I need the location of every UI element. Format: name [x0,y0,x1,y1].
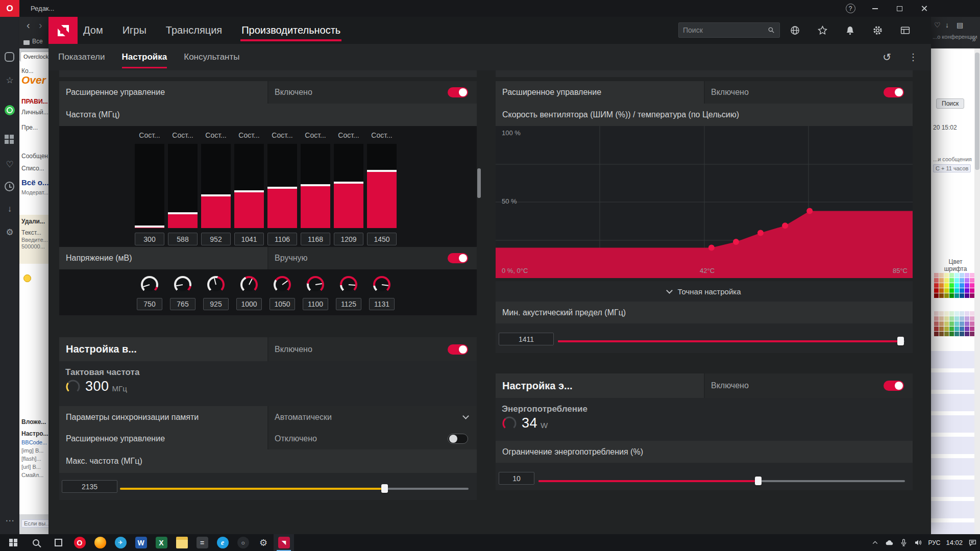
frequency-bar[interactable] [334,144,363,228]
fan-curve-point[interactable] [757,230,764,236]
more-options-icon[interactable]: ⋮ [909,44,918,70]
font-color-swatch[interactable] [934,332,939,336]
font-color-swatch[interactable] [939,327,944,331]
font-color-swatch[interactable] [949,273,954,278]
subtab-1[interactable]: Показатели [58,44,105,70]
font-color-swatch[interactable] [934,327,939,331]
font-color-swatch[interactable] [934,321,939,326]
font-color-swatch[interactable] [939,273,944,278]
voltage-value-input[interactable]: 750 [137,298,162,310]
font-color-swatch[interactable] [970,273,974,278]
font-color-swatch[interactable] [954,332,959,336]
font-color-swatch[interactable] [934,311,939,316]
font-color-swatch[interactable] [960,283,964,288]
voltage-state-2[interactable]: 765 [168,269,198,310]
bookmarks-overflow-icon[interactable]: » [972,35,976,43]
overlay-panel-icon[interactable] [900,25,911,36]
help-button[interactable]: ? [838,0,863,17]
frequency-state-8[interactable]: Сост...1450 [367,126,397,245]
font-color-swatch[interactable] [944,327,949,331]
downloads-icon[interactable]: ↓ [5,204,15,214]
taskbar-app-firefox[interactable] [90,534,110,551]
maximize-button[interactable] [887,0,912,17]
font-color-swatch[interactable] [944,293,949,298]
frequency-bar[interactable] [168,144,198,228]
font-color-swatch[interactable] [944,311,949,316]
font-color-swatch[interactable] [960,321,964,326]
taskbar-app-opera[interactable]: O [69,534,90,551]
amd-logo[interactable] [48,17,78,44]
voltage-value-input[interactable]: 925 [203,298,229,310]
vram-tuning-toggle[interactable] [448,344,468,355]
nav-tab-3[interactable]: Трансляция [166,17,222,44]
bookmarks-folder-icon[interactable] [23,40,30,45]
font-color-swatch[interactable] [954,273,959,278]
font-color-swatch[interactable] [965,278,969,283]
font-color-swatch[interactable] [939,283,944,288]
frequency-value-input[interactable]: 1209 [334,233,363,245]
font-color-swatch[interactable] [970,288,974,293]
font-color-swatch[interactable] [944,273,949,278]
font-color-swatch[interactable] [944,321,949,326]
font-color-swatch[interactable] [970,283,974,288]
voltage-knob[interactable] [274,276,291,293]
whatsapp-icon[interactable] [5,105,15,115]
voltage-state-6[interactable]: 1100 [301,269,330,310]
voltage-knob[interactable] [207,276,225,293]
cloud-icon[interactable] [885,538,894,547]
font-color-swatch[interactable] [949,288,954,293]
subtab-3[interactable]: Консультанты [184,44,239,70]
scrollbar-thumb[interactable] [975,53,979,170]
font-color-swatch[interactable] [934,278,939,283]
font-color-swatch[interactable] [960,311,964,316]
close-button[interactable] [912,0,936,17]
font-color-swatch[interactable] [954,288,959,293]
fan-curve-point[interactable] [733,239,739,245]
power-limit-value[interactable]: 10 [499,472,534,485]
taskbar-app-settings[interactable]: ⚙ [253,534,274,551]
heart-extension-icon[interactable]: ♡ [934,21,941,29]
font-color-swatch[interactable] [939,293,944,298]
frequency-value-input[interactable]: 1106 [267,233,297,245]
messenger-icon[interactable] [5,52,14,62]
tray-chevron-up-icon[interactable] [871,538,879,547]
search-input[interactable] [683,26,767,34]
font-color-swatch[interactable] [944,278,949,283]
font-color-swatch[interactable] [939,288,944,293]
bell-icon[interactable] [845,25,855,36]
speed-dial-icon[interactable] [5,135,14,144]
font-color-swatch[interactable] [954,321,959,326]
font-color-swatch[interactable] [965,288,969,293]
font-color-swatch[interactable] [949,311,954,316]
smiley-icon[interactable] [23,274,31,282]
frequency-bar[interactable] [367,144,397,228]
font-color-swatch[interactable] [954,311,959,316]
fine-tuning-expander[interactable]: Точная настройка [496,281,913,302]
frequency-bar[interactable] [234,144,264,228]
min-acoustic-slider[interactable] [558,337,904,345]
font-color-swatch[interactable] [965,332,969,336]
clock[interactable]: 14:02 [946,539,963,546]
voltage-value-input[interactable]: 765 [170,298,195,310]
fan-curve-chart[interactable]: 100 % 50 % 0 %, 0°C 42°C 85°C [496,126,913,278]
voltage-knob[interactable] [340,276,357,293]
frequency-state-3[interactable]: Сост...952 [201,126,231,245]
font-color-swatch[interactable] [939,332,944,336]
font-color-swatch[interactable] [934,283,939,288]
voltage-value-input[interactable]: 1050 [270,298,295,310]
frequency-value-input[interactable]: 588 [168,233,198,245]
font-color-swatch[interactable] [934,293,939,298]
font-color-swatch[interactable] [970,332,974,336]
font-color-swatch[interactable] [934,273,939,278]
voltage-state-7[interactable]: 1125 [334,269,363,310]
font-color-swatch[interactable] [939,316,944,321]
font-color-swatch[interactable] [960,288,964,293]
microphone-icon[interactable] [899,538,908,547]
frequency-state-7[interactable]: Сост...1209 [334,126,363,245]
minimize-button[interactable] [863,0,887,17]
font-color-swatch[interactable] [949,278,954,283]
vram-advanced-toggle[interactable] [448,434,468,444]
voltage-value-input[interactable]: 1125 [336,298,361,310]
font-color-swatch[interactable] [934,316,939,321]
volume-icon[interactable] [914,538,922,547]
